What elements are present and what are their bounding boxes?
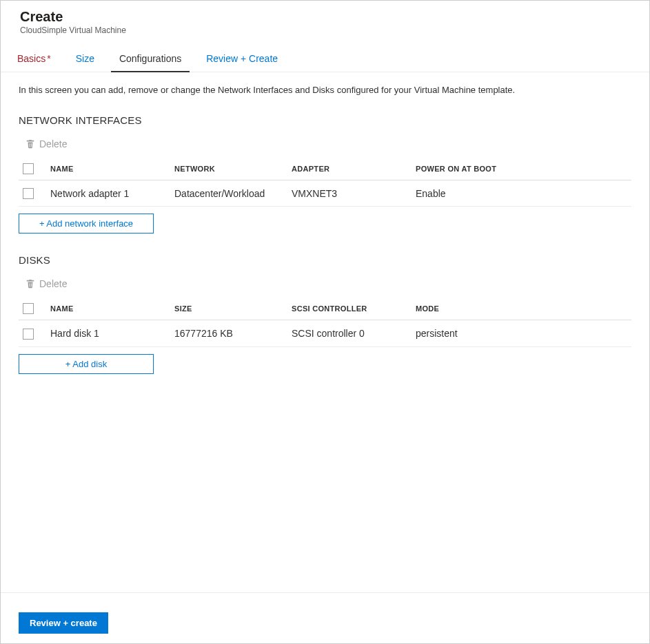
network-select-all-checkbox[interactable] bbox=[23, 163, 34, 174]
network-delete-label: Delete bbox=[39, 138, 67, 149]
network-col-name[interactable]: NAME bbox=[46, 158, 170, 180]
network-row-name: Network adapter 1 bbox=[46, 180, 170, 207]
disks-row-name: Hard disk 1 bbox=[46, 320, 170, 346]
disks-table: NAME SIZE SCSI CONTROLLER MODE Hard disk… bbox=[19, 298, 631, 346]
network-interfaces-table: NAME NETWORK ADAPTER POWER ON AT BOOT Ne… bbox=[19, 158, 631, 207]
network-col-network[interactable]: NETWORK bbox=[170, 158, 287, 180]
disks-col-scsi[interactable]: SCSI CONTROLLER bbox=[287, 298, 412, 320]
disks-col-mode[interactable]: MODE bbox=[412, 298, 631, 320]
tabs-bar: Basics* Size Configurations Review + Cre… bbox=[1, 46, 649, 72]
trash-icon bbox=[26, 279, 35, 289]
page-subtitle: CloudSimple Virtual Machine bbox=[20, 25, 630, 35]
disks-heading: DISKS bbox=[19, 254, 631, 266]
disks-row-scsi: SCSI controller 0 bbox=[287, 320, 412, 346]
content: In this screen you can add, remove or ch… bbox=[1, 72, 649, 592]
disks-col-name[interactable]: NAME bbox=[46, 298, 170, 320]
disks-select-all-checkbox[interactable] bbox=[23, 303, 34, 314]
network-delete-button[interactable]: Delete bbox=[19, 134, 631, 154]
disks-delete-button[interactable]: Delete bbox=[19, 274, 631, 293]
network-row-power: Enable bbox=[412, 180, 631, 207]
disks-row-size: 16777216 KB bbox=[170, 320, 287, 346]
intro-text: In this screen you can add, remove or ch… bbox=[19, 85, 631, 95]
header: Create CloudSimple Virtual Machine bbox=[1, 1, 649, 39]
tab-size[interactable]: Size bbox=[68, 46, 103, 72]
tab-configurations[interactable]: Configurations bbox=[111, 46, 190, 72]
review-create-button[interactable]: Review + create bbox=[19, 612, 108, 634]
trash-icon bbox=[26, 139, 35, 149]
network-row-checkbox[interactable] bbox=[23, 188, 34, 199]
table-row[interactable]: Network adapter 1 Datacenter/Workload VM… bbox=[19, 180, 631, 207]
disks-col-size[interactable]: SIZE bbox=[170, 298, 287, 320]
network-row-adapter: VMXNET3 bbox=[287, 180, 412, 207]
tab-review[interactable]: Review + Create bbox=[198, 46, 286, 72]
network-col-adapter[interactable]: ADAPTER bbox=[287, 158, 412, 180]
add-disk-button[interactable]: + Add disk bbox=[19, 354, 154, 374]
tab-basics-label: Basics bbox=[17, 53, 45, 64]
tab-basics[interactable]: Basics* bbox=[9, 46, 59, 72]
network-interfaces-heading: NETWORK INTERFACES bbox=[19, 114, 631, 126]
page-title: Create bbox=[20, 9, 630, 25]
network-row-network: Datacenter/Workload bbox=[170, 180, 287, 207]
add-network-interface-button[interactable]: + Add network interface bbox=[19, 214, 154, 233]
required-marker: * bbox=[47, 53, 50, 64]
disks-row-mode: persistent bbox=[412, 320, 631, 346]
network-col-power[interactable]: POWER ON AT BOOT bbox=[412, 158, 631, 180]
disks-row-checkbox[interactable] bbox=[23, 329, 34, 340]
disks-delete-label: Delete bbox=[39, 278, 67, 289]
table-row[interactable]: Hard disk 1 16777216 KB SCSI controller … bbox=[19, 320, 631, 346]
footer: Review + create bbox=[1, 592, 649, 643]
